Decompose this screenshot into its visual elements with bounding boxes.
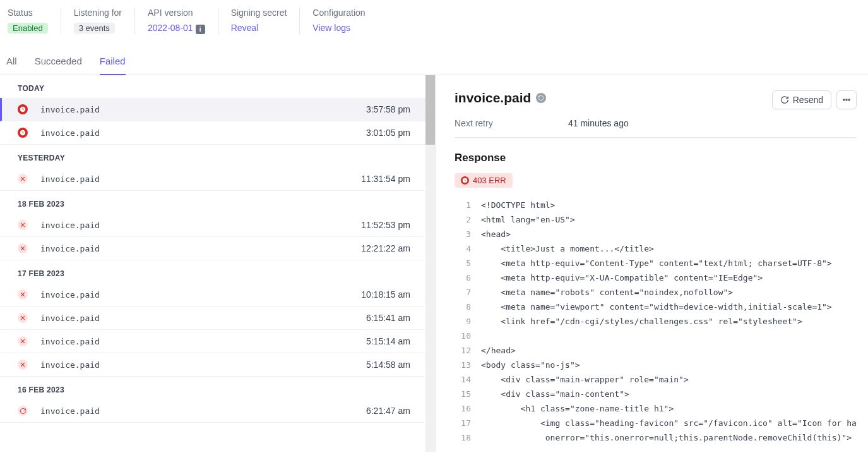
event-row[interactable]: invoice.paid11:52:53 pm	[0, 214, 425, 237]
event-time: 6:15:41 am	[366, 313, 410, 323]
x-icon	[18, 243, 28, 253]
filter-tabs: All Succeeded Failed	[0, 51, 868, 75]
tab-failed[interactable]: Failed	[100, 51, 126, 75]
svg-point-18	[848, 99, 850, 100]
info-icon[interactable]: i	[196, 25, 205, 34]
x-icon	[18, 220, 28, 230]
event-time: 5:14:58 am	[366, 360, 410, 370]
event-time: 5:15:14 am	[366, 336, 410, 346]
event-row[interactable]: invoice.paid6:15:41 am	[0, 306, 425, 330]
svg-point-17	[846, 99, 847, 100]
event-name: invoice.paid	[40, 360, 366, 370]
summary-bar: Status Enabled Listening for 3 events AP…	[0, 0, 868, 39]
summary-signing-secret: Signing secret Reveal	[231, 8, 300, 34]
event-row[interactable]: invoice.paid3:01:05 pm	[0, 121, 425, 145]
next-retry-value: 41 minutes ago	[568, 118, 629, 128]
event-name: invoice.paid	[40, 128, 366, 138]
group-header: 16 FEB 2023	[0, 377, 425, 399]
group-header: YESTERDAY	[0, 145, 425, 167]
retry-status-icon	[536, 93, 546, 103]
event-time: 3:57:58 pm	[366, 104, 410, 114]
event-name: invoice.paid	[40, 174, 361, 184]
event-name: invoice.paid	[40, 221, 361, 230]
summary-listening: Listening for 3 events	[74, 8, 135, 34]
tab-succeeded[interactable]: Succeeded	[35, 51, 82, 75]
event-time: 11:31:54 pm	[361, 174, 410, 184]
summary-configuration: Configuration View logs	[312, 8, 378, 34]
event-name: invoice.paid	[40, 244, 361, 253]
x-icon	[18, 336, 28, 346]
event-name: invoice.paid	[40, 313, 366, 323]
next-retry-label: Next retry	[455, 118, 568, 128]
event-row[interactable]: invoice.paid10:18:15 am	[0, 283, 425, 306]
event-row[interactable]: invoice.paid11:31:54 pm	[0, 167, 425, 191]
event-name: invoice.paid	[40, 105, 366, 114]
summary-status: Status Enabled	[8, 8, 61, 34]
event-row[interactable]: invoice.paid6:21:47 am	[0, 399, 425, 423]
event-row[interactable]: invoice.paid5:15:14 am	[0, 330, 425, 353]
x-icon	[18, 313, 28, 323]
reveal-secret-link[interactable]: Reveal	[231, 23, 259, 33]
event-row[interactable]: invoice.paid3:57:58 pm	[0, 98, 425, 121]
event-name: invoice.paid	[40, 290, 361, 300]
x-icon	[18, 360, 28, 370]
event-name: invoice.paid	[40, 406, 366, 416]
event-detail: invoice.paid Resend Next retry 41 minute…	[436, 75, 868, 452]
group-header: 17 FEB 2023	[0, 260, 425, 283]
event-row[interactable]: invoice.paid5:14:58 am	[0, 353, 425, 377]
response-body: 1<!DOCTYPE html>2<html lang="en-US">3<he…	[455, 198, 857, 445]
response-heading: Response	[455, 152, 857, 164]
event-time: 11:52:53 pm	[361, 220, 410, 230]
group-header: 18 FEB 2023	[0, 191, 425, 214]
view-logs-link[interactable]: View logs	[312, 23, 350, 33]
event-list: TODAYinvoice.paid3:57:58 pminvoice.paid3…	[0, 75, 436, 452]
retry-icon	[18, 406, 28, 416]
event-time: 3:01:05 pm	[366, 128, 410, 138]
tab-all[interactable]: All	[6, 51, 17, 75]
event-time: 10:18:15 am	[361, 289, 410, 300]
clock-icon	[18, 104, 28, 114]
x-icon	[18, 174, 28, 184]
more-actions-button[interactable]	[836, 90, 857, 109]
event-time: 12:21:22 am	[361, 243, 410, 253]
detail-title: invoice.paid	[455, 90, 772, 106]
next-retry-row: Next retry 41 minutes ago	[455, 118, 857, 138]
events-count-badge[interactable]: 3 events	[74, 23, 115, 33]
clock-icon	[461, 176, 469, 185]
event-row[interactable]: invoice.paid12:21:22 am	[0, 237, 425, 260]
response-status-badge: 403 ERR	[455, 173, 513, 188]
event-name: invoice.paid	[40, 337, 366, 346]
resend-button[interactable]: Resend	[772, 90, 831, 109]
x-icon	[18, 289, 28, 300]
event-time: 6:21:47 am	[366, 406, 410, 416]
summary-api-version: API version 2022-08-01i	[148, 8, 218, 34]
group-header: TODAY	[0, 75, 425, 98]
api-version-link[interactable]: 2022-08-01	[148, 23, 193, 33]
svg-point-16	[843, 99, 845, 100]
status-badge: Enabled	[8, 23, 48, 33]
clock-icon	[18, 128, 28, 138]
scrollbar[interactable]	[425, 75, 435, 452]
